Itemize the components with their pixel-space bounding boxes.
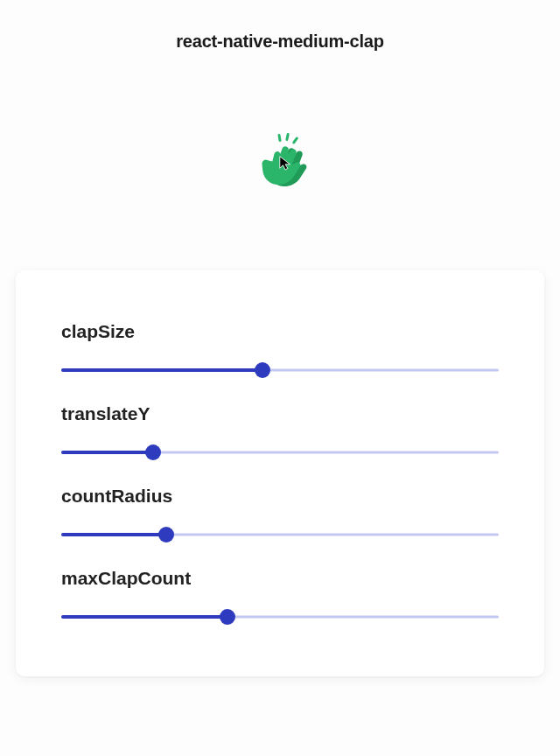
slider-fill [61,368,262,372]
slider-translatey[interactable] [61,444,499,461]
slider-row-countradius: countRadius [61,486,499,543]
svg-rect-1 [292,136,299,144]
slider-row-maxclapcount: maxClapCount [61,568,499,626]
slider-row-translatey: translateY [61,403,499,461]
slider-countradius[interactable] [61,526,499,543]
slider-thumb[interactable] [220,609,235,625]
slider-fill [61,615,228,619]
slider-row-clapsize: clapSize [61,321,499,379]
slider-thumb[interactable] [255,362,270,378]
slider-fill [61,451,153,454]
svg-rect-0 [285,133,290,141]
slider-thumb[interactable] [158,527,174,542]
clap-preview-area [0,52,560,270]
slider-label: countRadius [61,486,499,507]
slider-maxclapcount[interactable] [61,608,499,626]
slider-clapsize[interactable] [61,361,499,379]
slider-label: maxClapCount [61,568,499,589]
slider-label: translateY [61,403,499,424]
controls-panel: clapSize translateY countRadius maxClapC… [16,270,544,676]
page-title: react-native-medium-clap [0,0,560,52]
slider-thumb[interactable] [145,444,161,460]
slider-label: clapSize [61,321,499,342]
svg-rect-2 [277,134,282,142]
clap-hands-icon[interactable] [248,130,312,192]
slider-fill [61,533,166,536]
